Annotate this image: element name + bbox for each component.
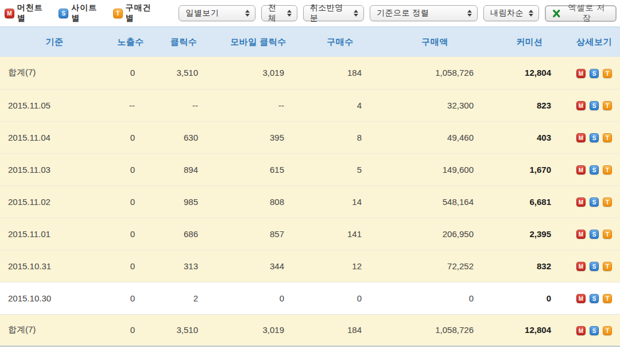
impressions-cell: 0: [109, 250, 152, 282]
table-row: 2015.10.31 0 313 344 12 72,252 832 M S T: [0, 250, 620, 282]
purchases-cell: 0: [301, 282, 379, 314]
clicks-cell: --: [152, 89, 215, 121]
header-criteria: 기준: [0, 27, 109, 57]
merchant-detail-icon[interactable]: M: [576, 165, 586, 175]
excel-icon: [552, 9, 561, 18]
legend-site: S 사이트별: [59, 3, 104, 24]
mobile-clicks-cell: 808: [215, 185, 301, 218]
row-label-cell: 2015.11.03: [0, 153, 109, 185]
legend-merchant-label: 머천트별: [17, 3, 51, 24]
transaction-detail-icon[interactable]: T: [603, 262, 612, 271]
purchase-amount-cell: 206,950: [379, 218, 491, 250]
mobile-clicks-cell: 0: [215, 282, 301, 314]
impressions-cell: 0: [109, 218, 152, 250]
scope-select[interactable]: 전체: [261, 5, 297, 21]
table-row: 2015.11.01 0 686 857 141 206,950 2,395 M…: [0, 218, 620, 250]
row-label-cell: 2015.11.04: [0, 121, 109, 153]
merchant-detail-icon[interactable]: M: [576, 198, 586, 207]
detail-cell: M S T: [568, 89, 620, 121]
transaction-detail-icon[interactable]: T: [603, 69, 612, 78]
sort-order-select[interactable]: 내림차순: [483, 5, 539, 21]
scope-value: 전체: [268, 3, 282, 24]
site-detail-icon[interactable]: S: [590, 326, 599, 335]
clicks-cell: 985: [152, 185, 215, 218]
site-detail-icon[interactable]: S: [590, 294, 599, 303]
mobile-clicks-cell: --: [215, 89, 301, 121]
merchant-detail-icon[interactable]: M: [576, 230, 586, 239]
header-commission: 커미션: [491, 27, 568, 57]
select-arrows-icon: [245, 10, 250, 17]
detail-cell: M S T: [568, 218, 620, 250]
sort-by-select[interactable]: 기준으로 정렬: [370, 5, 478, 21]
purchase-amount-cell: 1,058,726: [379, 57, 491, 89]
site-detail-icon[interactable]: S: [590, 101, 599, 110]
table-row: 2015.11.02 0 985 808 14 548,164 6,681 M …: [0, 185, 620, 218]
merchant-detail-icon[interactable]: M: [576, 326, 586, 335]
excel-export-button[interactable]: 엑셀로 저장: [545, 5, 617, 22]
site-detail-icon[interactable]: S: [590, 198, 599, 207]
detail-cell: M S T: [568, 314, 620, 346]
mobile-clicks-cell: 857: [215, 218, 301, 250]
mobile-clicks-cell: 344: [215, 250, 301, 282]
row-label-cell: 2015.10.30: [0, 282, 109, 314]
transaction-detail-icon[interactable]: T: [603, 165, 612, 175]
merchant-detail-icon[interactable]: M: [576, 133, 586, 142]
sort-by-value: 기준으로 정렬: [377, 8, 429, 18]
row-label-cell: 2015.11.05: [0, 89, 109, 121]
impressions-cell: 0: [109, 153, 152, 185]
sort-order-value: 내림차순: [490, 8, 524, 18]
purchases-cell: 4: [301, 89, 379, 121]
site-detail-icon[interactable]: S: [590, 165, 599, 175]
transaction-detail-icon[interactable]: T: [603, 198, 612, 207]
header-purchases: 구매수: [301, 27, 379, 57]
view-mode-select[interactable]: 일별보기: [179, 5, 255, 21]
table-row: 합계(7) 0 3,510 3,019 184 1,058,726 12,804…: [0, 57, 620, 89]
merchant-icon: M: [5, 9, 14, 18]
mobile-clicks-cell: 395: [215, 121, 301, 153]
site-detail-icon[interactable]: S: [590, 262, 599, 271]
legend-transaction-label: 구매건별: [126, 3, 160, 24]
view-mode-value: 일별보기: [185, 8, 219, 18]
transaction-detail-icon[interactable]: T: [603, 230, 612, 239]
clicks-cell: 3,510: [152, 314, 215, 346]
select-arrows-icon: [287, 10, 292, 17]
purchase-amount-cell: 49,460: [379, 121, 491, 153]
legend-site-label: 사이트별: [71, 3, 105, 24]
purchases-cell: 184: [301, 57, 379, 89]
transaction-detail-icon[interactable]: T: [603, 294, 612, 303]
purchase-amount-cell: 72,252: [379, 250, 491, 282]
legend-merchant: M 머천트별: [5, 3, 51, 24]
select-arrows-icon: [529, 10, 533, 17]
purchase-amount-cell: 149,600: [379, 153, 491, 185]
merchant-detail-icon[interactable]: M: [576, 101, 586, 110]
transaction-detail-icon[interactable]: T: [603, 133, 612, 142]
purchases-cell: 141: [301, 218, 379, 250]
cancellation-select[interactable]: 취소반영분: [303, 5, 364, 21]
purchase-amount-cell: 548,164: [379, 185, 491, 218]
mobile-clicks-cell: 3,019: [215, 314, 301, 346]
impressions-cell: 0: [109, 314, 152, 346]
legend-transaction: T 구매건별: [113, 3, 159, 24]
transaction-detail-icon[interactable]: T: [603, 101, 612, 110]
site-detail-icon[interactable]: S: [590, 133, 599, 142]
commission-cell: 1,670: [491, 153, 568, 185]
cancellation-value: 취소반영분: [310, 3, 349, 24]
merchant-detail-icon[interactable]: M: [576, 69, 586, 78]
site-detail-icon[interactable]: S: [590, 69, 599, 78]
merchant-detail-icon[interactable]: M: [576, 262, 586, 271]
commission-cell: 0: [491, 282, 568, 314]
commission-cell: 2,395: [491, 218, 568, 250]
clicks-cell: 313: [152, 250, 215, 282]
purchases-cell: 184: [301, 314, 379, 346]
table-header-row: 기준 노출수 클릭수 모바일 클릭수 구매수 구매액 커미션 상세보기: [0, 27, 620, 57]
clicks-cell: 3,510: [152, 57, 215, 89]
site-detail-icon[interactable]: S: [590, 230, 599, 239]
detail-cell: M S T: [568, 121, 620, 153]
transaction-detail-icon[interactable]: T: [603, 326, 612, 335]
clicks-cell: 630: [152, 121, 215, 153]
clicks-cell: 894: [152, 153, 215, 185]
merchant-detail-icon[interactable]: M: [576, 294, 586, 303]
row-label-cell: 2015.11.01: [0, 218, 109, 250]
commission-cell: 12,804: [491, 314, 568, 346]
row-label-cell: 2015.11.02: [0, 185, 109, 218]
